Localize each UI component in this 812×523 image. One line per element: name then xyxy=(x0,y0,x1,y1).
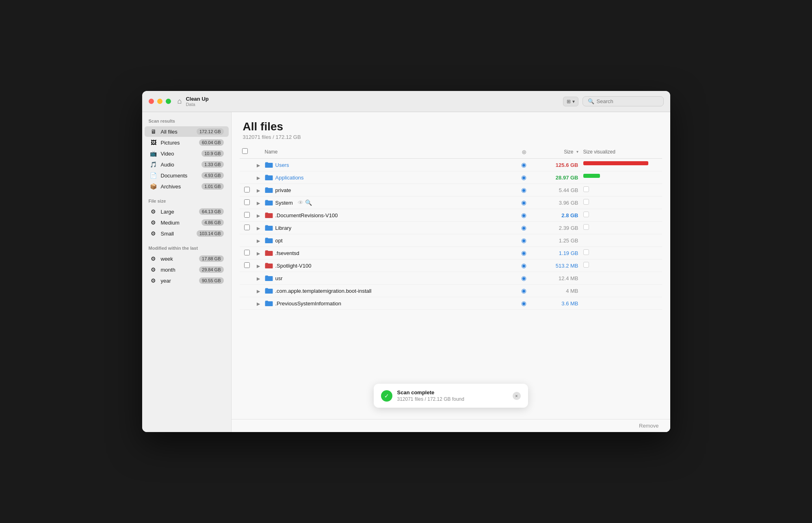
viz-checkbox[interactable] xyxy=(583,249,589,255)
view-toggle-button[interactable]: ⊞ ▾ xyxy=(563,97,578,106)
home-icon[interactable]: ⌂ xyxy=(178,97,182,106)
sidebar-item-documents[interactable]: 📄 Documents 4.93 GB xyxy=(145,170,229,181)
small-badge: 103.14 GB xyxy=(197,230,224,237)
row-size-cell: 1.19 GB xyxy=(532,247,581,259)
expand-icon[interactable]: ▶ xyxy=(257,213,260,218)
th-name[interactable]: Name xyxy=(262,145,516,159)
expand-icon[interactable]: ▶ xyxy=(257,301,260,306)
row-expand-cell[interactable]: ▶ xyxy=(254,272,262,285)
target-icon: ◉ xyxy=(521,262,526,269)
close-button[interactable] xyxy=(149,99,154,104)
th-size[interactable]: Size ▾ xyxy=(532,145,581,159)
table-row: ▶.DocumentRevisions-V100◉2.8 GB xyxy=(240,209,662,222)
expand-icon[interactable]: ▶ xyxy=(257,276,260,281)
sidebar-item-video[interactable]: 📺 Video 10.9 GB xyxy=(145,148,229,159)
row-expand-cell[interactable]: ▶ xyxy=(254,159,262,171)
expand-icon[interactable]: ▶ xyxy=(257,163,260,168)
toast-subtitle: 312071 files / 172.12 GB found xyxy=(397,396,508,402)
viz-header-label: Size visualized xyxy=(583,149,615,155)
search-input[interactable] xyxy=(597,98,658,104)
search-icon: 🔍 xyxy=(588,98,594,104)
row-checkbox[interactable] xyxy=(244,250,250,255)
viz-checkbox[interactable] xyxy=(583,262,589,268)
row-checkbox[interactable] xyxy=(244,262,250,268)
row-target-cell: ◉ xyxy=(516,272,532,285)
expand-icon[interactable]: ▶ xyxy=(257,201,260,205)
th-target[interactable]: ◎ xyxy=(516,145,532,159)
row-expand-cell[interactable]: ▶ xyxy=(254,222,262,234)
row-target-cell: ◉ xyxy=(516,222,532,234)
eye-icon[interactable]: 👁 🔍 xyxy=(298,199,312,206)
sidebar: Scan results 🖥 All files 172.12 GB 🖼 Pic… xyxy=(142,112,232,432)
sidebar-item-month[interactable]: ⚙ month 29.84 GB xyxy=(145,264,229,275)
table-row: ▶usr◉12.4 MB xyxy=(240,272,662,285)
select-all-checkbox[interactable] xyxy=(242,148,248,154)
expand-icon[interactable]: ▶ xyxy=(257,238,260,243)
row-expand-cell[interactable]: ▶ xyxy=(254,209,262,222)
target-icon: ◉ xyxy=(521,249,526,256)
sidebar-item-pictures[interactable]: 🖼 Pictures 60.04 GB xyxy=(145,137,229,148)
row-expand-cell[interactable]: ▶ xyxy=(254,259,262,272)
sidebar-item-archives[interactable]: 📦 Archives 1.01 GB xyxy=(145,181,229,192)
expand-icon[interactable]: ▶ xyxy=(257,226,260,231)
row-checkbox-cell xyxy=(240,285,254,297)
sidebar-item-audio[interactable]: 🎵 Audio 1.33 GB xyxy=(145,159,229,170)
table-row: ▶.PreviousSystemInformation◉3.6 MB xyxy=(240,297,662,310)
row-size-cell: 125.6 GB xyxy=(532,159,581,171)
sidebar-item-week[interactable]: ⚙ week 17.88 GB xyxy=(145,253,229,264)
sidebar-item-all-files[interactable]: 🖥 All files 172.12 GB xyxy=(145,126,229,137)
viz-checkbox[interactable] xyxy=(583,212,589,217)
small-icon: ⚙ xyxy=(149,230,158,237)
maximize-button[interactable] xyxy=(166,99,171,104)
remove-button[interactable]: Remove xyxy=(639,423,658,429)
row-expand-cell[interactable]: ▶ xyxy=(254,285,262,297)
row-expand-cell[interactable]: ▶ xyxy=(254,247,262,259)
audio-label: Audio xyxy=(161,162,199,168)
viz-checkbox[interactable] xyxy=(583,224,589,230)
expand-icon[interactable]: ▶ xyxy=(257,289,260,294)
expand-icon[interactable]: ▶ xyxy=(257,264,260,268)
row-viz-cell xyxy=(581,171,662,180)
row-target-cell: ◉ xyxy=(516,184,532,197)
file-name-text: Library xyxy=(275,225,292,231)
row-name-cell: .DocumentRevisions-V100 xyxy=(262,209,516,222)
expand-icon[interactable]: ▶ xyxy=(257,251,260,256)
row-checkbox-cell xyxy=(240,171,254,184)
archives-icon: 📦 xyxy=(149,183,158,190)
row-name-cell: .Spotlight-V100 xyxy=(262,259,516,272)
sort-icon: ▾ xyxy=(576,149,578,154)
row-expand-cell[interactable]: ▶ xyxy=(254,297,262,310)
expand-icon[interactable]: ▶ xyxy=(257,188,260,193)
target-icon: ◉ xyxy=(521,174,526,181)
sidebar-item-medium[interactable]: ⚙ Medium 4.86 GB xyxy=(145,217,229,228)
target-header-icon: ◎ xyxy=(522,149,526,155)
row-viz-cell xyxy=(581,222,662,232)
row-name-cell: Applications xyxy=(262,171,516,184)
sidebar-item-large[interactable]: ⚙ Large 64.13 GB xyxy=(145,206,229,217)
minimize-button[interactable] xyxy=(157,99,162,104)
row-expand-cell[interactable]: ▶ xyxy=(254,234,262,247)
row-checkbox[interactable] xyxy=(244,212,250,218)
row-expand-cell[interactable]: ▶ xyxy=(254,184,262,197)
row-expand-cell[interactable]: ▶ xyxy=(254,171,262,184)
expand-icon[interactable]: ▶ xyxy=(257,175,260,180)
row-checkbox[interactable] xyxy=(244,187,250,192)
week-label: week xyxy=(161,256,196,262)
sidebar-item-small[interactable]: ⚙ Small 103.14 GB xyxy=(145,228,229,239)
search-bar[interactable]: 🔍 xyxy=(582,96,664,106)
file-name-text: .Spotlight-V100 xyxy=(275,263,312,269)
archives-badge: 1.01 GB xyxy=(201,183,223,190)
viz-checkbox[interactable] xyxy=(583,199,589,205)
file-name-text: .fseventsd xyxy=(275,250,299,256)
audio-badge: 1.33 GB xyxy=(201,161,223,168)
row-expand-cell[interactable]: ▶ xyxy=(254,197,262,209)
row-checkbox[interactable] xyxy=(244,199,250,205)
toast-close-button[interactable]: × xyxy=(513,392,521,400)
viz-checkbox[interactable] xyxy=(583,186,589,192)
row-checkbox[interactable] xyxy=(244,225,250,230)
modified-section-title: Modified within the last xyxy=(142,246,231,253)
content-area: All files 312071 files / 172.12 GB Name xyxy=(232,112,670,432)
window-subtitle: Data xyxy=(186,102,208,107)
table-row: ▶private◉5.44 GB xyxy=(240,184,662,197)
sidebar-item-year[interactable]: ⚙ year 90.55 GB xyxy=(145,275,229,286)
